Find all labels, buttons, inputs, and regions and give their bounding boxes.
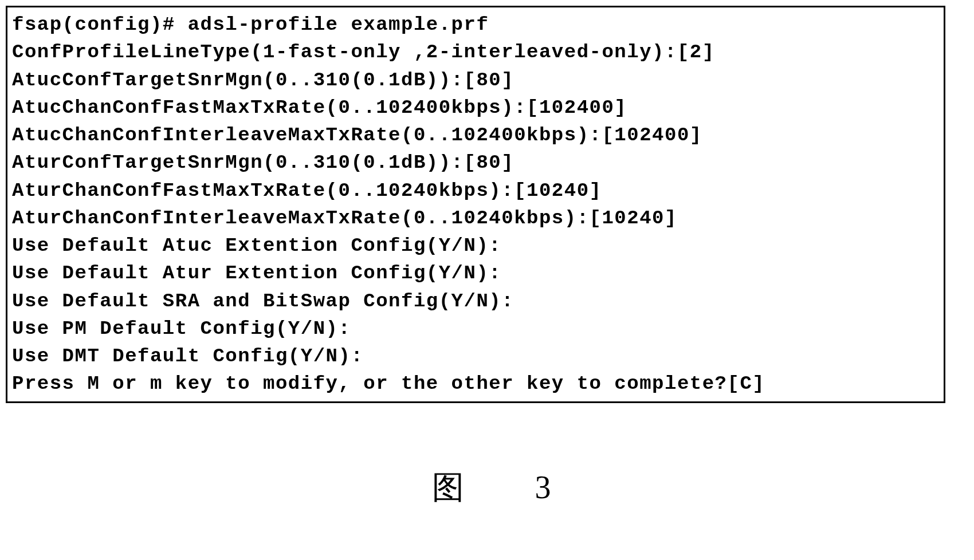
terminal-line: ConfProfileLineType(1-fast-only ,2-inter…: [12, 38, 939, 66]
terminal-line: AtucChanConfInterleaveMaxTxRate(0..10240…: [12, 121, 939, 149]
terminal-line: Use DMT Default Config(Y/N):: [12, 342, 939, 370]
terminal-line: fsap(config)# adsl-profile example.prf: [12, 11, 939, 38]
terminal-line: AtucChanConfFastMaxTxRate(0..102400kbps)…: [12, 94, 939, 121]
terminal-line: AtucConfTargetSnrMgn(0..310(0.1dB)):[80]: [12, 66, 939, 94]
terminal-line: Use Default SRA and BitSwap Config(Y/N):: [12, 287, 939, 315]
terminal-line: Use Default Atur Extention Config(Y/N):: [12, 259, 939, 287]
terminal-line: AturChanConfFastMaxTxRate(0..10240kbps):…: [12, 177, 939, 204]
terminal-line: AturChanConfInterleaveMaxTxRate(0..10240…: [12, 204, 939, 232]
terminal-line: Use PM Default Config(Y/N):: [12, 315, 939, 342]
terminal-output-box: fsap(config)# adsl-profile example.prf C…: [6, 6, 945, 403]
terminal-line: Press M or m key to modify, or the other…: [12, 370, 939, 397]
terminal-line: Use Default Atuc Extention Config(Y/N):: [12, 232, 939, 259]
terminal-line: AturConfTargetSnrMgn(0..310(0.1dB)):[80]: [12, 149, 939, 176]
figure-caption: 图 3: [6, 466, 968, 510]
